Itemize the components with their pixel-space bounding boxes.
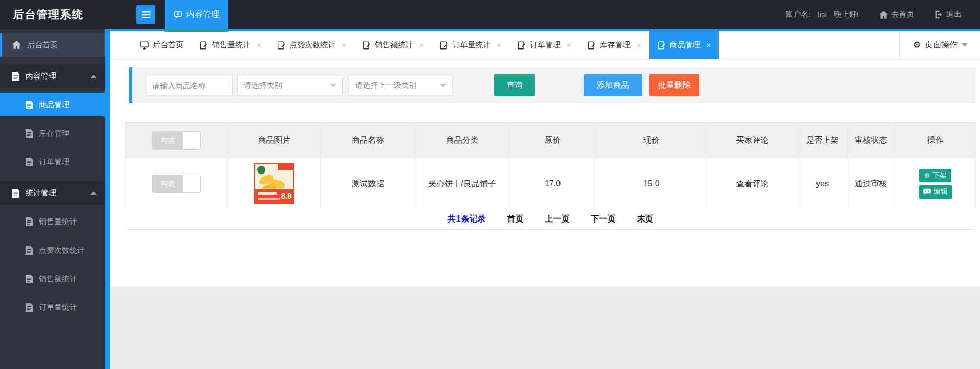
tab-close-icon[interactable]: × <box>342 41 346 50</box>
document-icon <box>26 101 33 109</box>
tab-label: 订单管理 <box>530 40 561 50</box>
sidebar-section-label: 统计管理 <box>26 188 56 198</box>
first-page-link[interactable]: 首页 <box>507 214 524 225</box>
page-operations-menu[interactable]: ⚙ 页面操作 <box>899 31 980 59</box>
sidebar-section-stats-mgmt[interactable]: 统计管理 <box>0 181 105 205</box>
sidebar-item-label: 销售量统计 <box>39 217 77 227</box>
row-audit-cell: 通过审核 <box>847 158 895 209</box>
row-name-cell: 测试数据 <box>321 158 415 209</box>
row-on-shelf-cell: yes <box>798 158 847 209</box>
collapse-arrow-icon[interactable] <box>90 191 97 195</box>
column-header: 原价 <box>509 123 596 158</box>
go-home-link[interactable]: 去首页 <box>879 10 914 19</box>
tab-label: 销售额统计 <box>375 40 413 50</box>
brand-logo-circle <box>257 166 265 174</box>
chevron-down-icon <box>440 84 446 87</box>
home-icon <box>12 41 21 49</box>
search-button[interactable]: 查询 <box>494 74 535 96</box>
sidebar-item-label: 销售额统计 <box>39 274 77 284</box>
sidebar-item-label: 库存管理 <box>39 129 69 138</box>
column-header: 商品分类 <box>415 123 509 158</box>
content-panel: 请选择类别 请选择上一级类别 查询 添加商品 批量删除 勾选 商品图片 <box>110 60 980 287</box>
sidebar: 后台首页 内容管理 商品管理 库存管理 订单管理 统计管理 销售量统计 点赞次数… <box>0 29 105 369</box>
sidebar-item-likes-stats[interactable]: 点赞次数统计 <box>0 238 105 262</box>
off-shelf-button[interactable]: ⚙ 下架 <box>919 169 951 182</box>
tab-likes-stats[interactable]: 点赞次数统计 × <box>269 31 355 59</box>
select-all-toggle[interactable]: 勾选 <box>152 131 201 150</box>
promo-text-shape <box>258 192 277 195</box>
account-name: lisi <box>818 10 827 19</box>
tab-order-volume-stats[interactable]: 订单量统计 × <box>432 31 509 59</box>
hamburger-icon <box>142 11 151 18</box>
collapse-arrow-icon[interactable] <box>90 75 97 78</box>
sidebar-item-sales-amount-stats[interactable]: 销售额统计 <box>0 267 105 290</box>
sidebar-item-order-mgmt[interactable]: 订单管理 <box>0 150 105 174</box>
sidebar-item-label: 商品管理 <box>39 100 69 110</box>
tab-close-icon[interactable]: × <box>637 41 641 50</box>
pagination: 共1条记录 首页 上一页 下一页 末页 <box>125 209 976 230</box>
parent-category-select[interactable]: 请选择上一级类别 <box>348 75 453 96</box>
toggle-label: 勾选 <box>152 132 183 149</box>
edit-button[interactable]: 编辑 <box>919 185 952 199</box>
sidebar-item-sales-volume-stats[interactable]: 销售量统计 <box>0 210 105 233</box>
category-select[interactable]: 请选择类别 <box>237 75 343 96</box>
tab-sales-amount-stats[interactable]: 销售额统计 × <box>355 31 432 59</box>
tab-close-icon[interactable]: × <box>707 41 711 50</box>
last-page-link[interactable]: 末页 <box>637 214 654 225</box>
menu-toggle-button[interactable] <box>136 5 155 24</box>
sidebar-item-order-volume-stats[interactable]: 订单量统计 <box>0 296 105 319</box>
product-name-input[interactable] <box>146 75 233 96</box>
file-edit-icon <box>277 41 286 50</box>
tab-close-icon[interactable]: × <box>419 41 424 50</box>
record-count: 共1条记录 <box>447 214 485 225</box>
parent-category-select-value: 请选择上一级类别 <box>355 81 416 90</box>
tab-close-icon[interactable]: × <box>256 41 261 50</box>
gear-icon: ⚙ <box>913 40 921 51</box>
chevron-down-icon <box>330 84 336 87</box>
toggle-label: 勾选 <box>152 175 183 192</box>
tab-sales-volume-stats[interactable]: 销售量统计 × <box>192 31 269 59</box>
product-image: 8.8 <box>254 163 294 204</box>
row-select-toggle[interactable]: 勾选 <box>152 175 201 193</box>
document-icon <box>26 158 33 166</box>
document-icon <box>26 129 33 138</box>
tab-label: 后台首页 <box>153 40 183 50</box>
tab-inventory-mgmt[interactable]: 库存管理 × <box>579 31 649 59</box>
document-icon <box>12 189 19 198</box>
price-badge: 8.8 <box>281 190 292 202</box>
row-comments-link[interactable]: 查看评论 <box>707 158 798 209</box>
sidebar-item-label: 订单量统计 <box>39 303 77 312</box>
logout-link[interactable]: 退出 <box>935 10 962 19</box>
tab-label: 库存管理 <box>600 40 631 50</box>
row-current-price-cell: 15.0 <box>596 158 707 209</box>
sidebar-item-dashboard[interactable]: 后台首页 <box>0 33 105 57</box>
prev-page-link[interactable]: 上一页 <box>545 214 570 225</box>
price-banner: 8.8 <box>255 189 293 203</box>
topbar-account-area: 账户名: lisi 晚上好! 去首页 退出 <box>785 0 962 29</box>
row-original-price-cell: 17.0 <box>509 158 596 209</box>
add-product-button[interactable]: 添加商品 <box>584 74 642 96</box>
tab-product-mgmt[interactable]: 商品管理 × <box>649 31 719 59</box>
column-header: 商品名称 <box>321 123 415 158</box>
tab-order-mgmt[interactable]: 订单管理 × <box>509 31 579 59</box>
tab-dashboard[interactable]: 后台首页 <box>132 31 192 59</box>
file-edit-icon <box>518 41 526 50</box>
batch-delete-button[interactable]: 批量删除 <box>649 74 699 96</box>
top-module-tab-content-mgmt[interactable]: 内容管理 <box>165 0 228 29</box>
file-edit-icon <box>588 41 596 50</box>
sidebar-section-content-mgmt[interactable]: 内容管理 <box>0 64 105 88</box>
file-edit-icon <box>658 41 666 50</box>
tabbar: 后台首页 销售量统计 × 点赞次数统计 × 销售额统计 × <box>110 29 980 60</box>
next-page-link[interactable]: 下一页 <box>591 214 616 225</box>
tab-close-icon[interactable]: × <box>497 41 501 50</box>
chevron-down-icon <box>962 43 968 47</box>
row-select-cell: 勾选 <box>125 158 228 209</box>
column-header: 现价 <box>596 123 707 158</box>
sidebar-divider <box>105 29 110 369</box>
top-module-tab-label: 内容管理 <box>186 9 219 20</box>
sidebar-item-label: 后台首页 <box>27 40 58 50</box>
sidebar-item-product-mgmt[interactable]: 商品管理 <box>0 93 105 116</box>
logout-label: 退出 <box>946 10 962 19</box>
tab-close-icon[interactable]: × <box>567 41 571 50</box>
sidebar-item-inventory-mgmt[interactable]: 库存管理 <box>0 121 105 145</box>
